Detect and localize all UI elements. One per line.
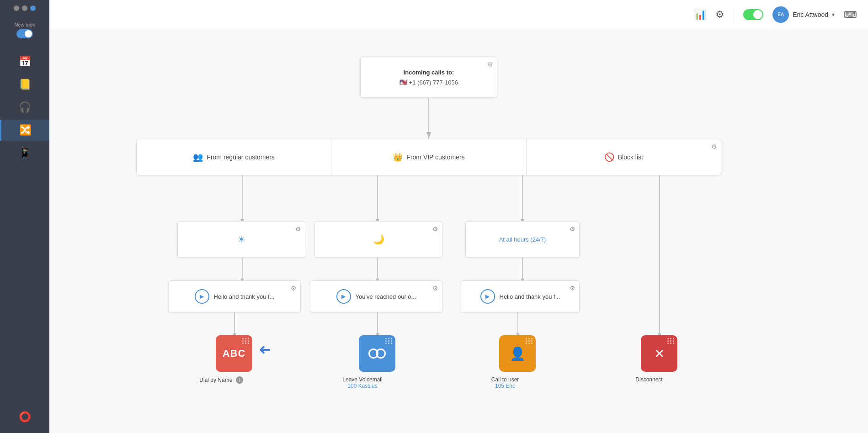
dot-3 <box>30 5 36 11</box>
header: 📊 ⚙ EA Eric Attwood ▾ ⌨ <box>49 0 868 29</box>
disconnect-node-dots <box>667 338 675 344</box>
day-hours-gear-icon[interactable]: ⚙ <box>295 225 301 232</box>
greeting1-gear-icon[interactable]: ⚙ <box>291 285 297 292</box>
sidebar-item-sms[interactable]: 📱 <box>0 143 49 164</box>
hours-node-night[interactable]: ⚙ 🌙 <box>314 221 442 258</box>
avatar: EA <box>772 6 789 23</box>
info-icon[interactable]: i <box>236 376 243 384</box>
flow-container: ⚙ Incoming calls to: 🇺🇸 +1 (667) 777-105… <box>77 48 841 413</box>
greeting2-gear-icon[interactable]: ⚙ <box>432 285 438 292</box>
analytics-icon[interactable]: 📊 <box>694 9 706 21</box>
sidebar-item-phone-log[interactable]: 📅 <box>0 51 49 72</box>
sidebar-item-contacts[interactable]: 📒 <box>0 74 49 95</box>
call-user-node[interactable]: 👤 <box>499 335 536 372</box>
greeting-text-2: You've reached our o... <box>356 293 416 300</box>
contacts-icon: 📒 <box>19 79 31 90</box>
phone-number: 🇺🇸 +1 (667) 777-1056 <box>399 79 458 86</box>
abc-text: ABC <box>223 348 246 359</box>
regular-customers-icon: 👥 <box>193 152 203 162</box>
incoming-calls-title: Incoming calls to: <box>404 69 454 76</box>
dialpad-icon[interactable]: ⌨ <box>844 9 857 20</box>
user-section[interactable]: EA Eric Attwood ▾ <box>772 6 835 23</box>
disconnect-node-label: Disconnect <box>622 376 676 383</box>
person-icon: 👤 <box>510 346 526 361</box>
dot-2 <box>22 5 27 11</box>
dot-1 <box>14 5 19 11</box>
play-button-1[interactable]: ▶ <box>195 289 209 304</box>
abc-node[interactable]: ABC <box>216 335 252 372</box>
greeting3-gear-icon[interactable]: ⚙ <box>570 285 575 292</box>
flows-icon: 🔀 <box>19 124 32 136</box>
flag-icon: 🇺🇸 <box>399 79 407 86</box>
routing-gear-icon[interactable]: ⚙ <box>711 143 717 150</box>
greeting-text-3: Hello and thank you f... <box>500 293 560 300</box>
phone-number-text: +1 (667) 777-1056 <box>409 79 458 86</box>
sidebar: New look 📅 📒 🎧 🔀 📱 ⭕ <box>0 0 49 433</box>
availability-toggle[interactable] <box>743 9 763 20</box>
chevron-down-icon: ▾ <box>832 11 835 18</box>
abc-node-dots <box>242 338 250 344</box>
arrow-indicator: ➜ <box>259 341 271 358</box>
abc-node-label: Dial by Name i <box>194 376 249 384</box>
help-icon: ⭕ <box>19 411 31 423</box>
routing-block[interactable]: 🚫 Block list <box>527 139 721 175</box>
hours-node-all[interactable]: ⚙ At all hours (24/7) <box>465 221 580 258</box>
vip-customers-icon: 👑 <box>393 152 403 162</box>
new-look-label: New look <box>14 22 35 27</box>
new-look-toggle[interactable] <box>16 29 33 38</box>
voicemail-node-label: Leave Voicemail 100 Kassius <box>335 376 390 389</box>
sidebar-item-flows[interactable]: 🔀 <box>0 120 49 141</box>
greeting-node-1: ⚙ ▶ Hello and thank you f... <box>168 280 301 312</box>
settings-icon[interactable]: ⚙ <box>715 9 724 21</box>
sun-icon: ☀ <box>237 234 245 245</box>
x-icon: ✕ <box>654 346 665 361</box>
call-user-node-dots <box>526 338 533 344</box>
all-hours-gear-icon[interactable]: ⚙ <box>570 225 575 232</box>
disconnect-node[interactable]: ✕ <box>641 335 677 372</box>
voicemail-icon <box>370 350 384 357</box>
call-user-node-label: Call to user 105 Eric <box>478 376 533 389</box>
header-divider <box>734 7 734 22</box>
sidebar-logo <box>14 5 36 11</box>
moon-icon: 🌙 <box>373 234 384 245</box>
voicemail-node-dots <box>385 338 393 344</box>
all-hours-label: At all hours (24/7) <box>499 236 546 243</box>
block-list-icon: 🚫 <box>604 152 614 162</box>
incoming-calls-node: ⚙ Incoming calls to: 🇺🇸 +1 (667) 777-105… <box>360 57 497 98</box>
main: 📊 ⚙ EA Eric Attwood ▾ ⌨ <box>49 0 868 433</box>
play-button-2[interactable]: ▶ <box>336 289 351 304</box>
sms-icon: 📱 <box>19 147 31 159</box>
greeting-node-2: ⚙ ▶ You've reached our o... <box>310 280 442 312</box>
sidebar-item-agent[interactable]: 🎧 <box>0 97 49 118</box>
phone-log-icon: 📅 <box>19 56 31 68</box>
canvas: ⚙ Incoming calls to: 🇺🇸 +1 (667) 777-105… <box>49 29 868 433</box>
agent-icon: 🎧 <box>19 101 31 113</box>
greeting-text-1: Hello and thank you f... <box>214 293 275 300</box>
sidebar-nav: New look 📅 📒 🎧 🔀 📱 ⭕ <box>0 20 49 428</box>
user-name: Eric Attwood <box>793 11 828 18</box>
night-hours-gear-icon[interactable]: ⚙ <box>432 225 438 232</box>
vip-customers-label: From VIP customers <box>406 153 464 161</box>
routing-vip[interactable]: 👑 From VIP customers <box>331 139 526 175</box>
incoming-gear-icon[interactable]: ⚙ <box>487 61 493 68</box>
voicemail-node[interactable] <box>359 335 395 372</box>
new-look-section: New look <box>12 20 37 42</box>
regular-customers-label: From regular customers <box>207 153 275 161</box>
play-button-3[interactable]: ▶ <box>480 289 495 304</box>
routing-regular[interactable]: 👥 From regular customers <box>137 139 331 175</box>
routing-container: ⚙ 👥 From regular customers 👑 From VIP cu… <box>136 139 721 175</box>
greeting-node-3: ⚙ ▶ Hello and thank you f... <box>461 280 580 312</box>
hours-node-day[interactable]: ⚙ ☀ <box>177 221 305 258</box>
sidebar-item-help[interactable]: ⭕ <box>0 407 49 428</box>
block-list-label: Block list <box>618 153 643 161</box>
